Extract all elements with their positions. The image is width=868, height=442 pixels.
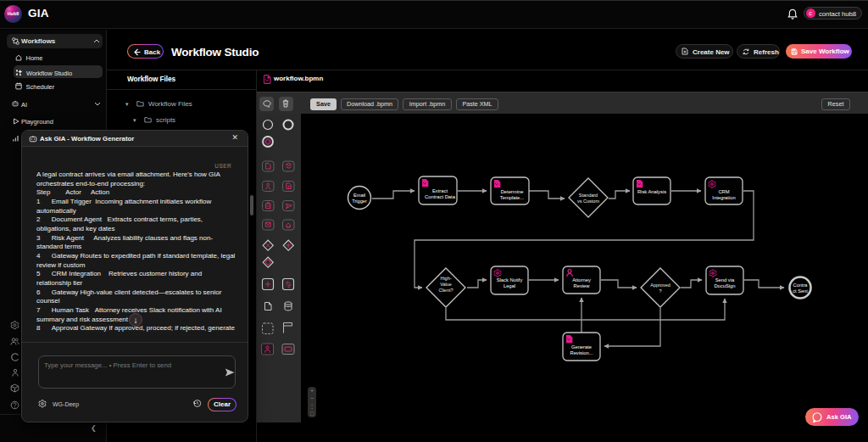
svg-text:Extract: Extract xyxy=(432,188,448,193)
svg-text:Trigger: Trigger xyxy=(352,199,367,204)
svg-text:Value: Value xyxy=(440,282,452,287)
svg-text:Contra: Contra xyxy=(793,283,809,288)
svg-text:Email: Email xyxy=(353,193,365,198)
svg-text:Attorney: Attorney xyxy=(572,277,591,283)
svg-text:Integration: Integration xyxy=(712,195,735,200)
svg-text:CRM: CRM xyxy=(718,189,729,194)
svg-text:High-: High- xyxy=(440,276,451,281)
svg-text:Send via: Send via xyxy=(715,277,735,283)
svg-text:Review: Review xyxy=(573,283,590,288)
svg-text:Determine: Determine xyxy=(501,189,524,194)
svg-text:Contract Data: Contract Data xyxy=(425,194,456,199)
svg-text:Template...: Template... xyxy=(500,195,525,200)
svg-text:Generate: Generate xyxy=(571,344,592,350)
svg-text:Revision...: Revision... xyxy=(570,350,593,355)
svg-text:vs Custom: vs Custom xyxy=(577,199,599,204)
svg-text:Risk Analysis: Risk Analysis xyxy=(637,189,666,194)
svg-text:Standard: Standard xyxy=(579,193,598,198)
svg-text:?: ? xyxy=(659,288,661,294)
svg-text:DocuSign: DocuSign xyxy=(714,283,735,288)
svg-text:Client?: Client? xyxy=(438,288,453,293)
svg-text:ct Sent: ct Sent xyxy=(793,288,808,294)
svg-text:Legal: Legal xyxy=(504,283,515,288)
svg-text:Slack Notify: Slack Notify xyxy=(497,277,523,283)
svg-text:Approved: Approved xyxy=(650,283,670,288)
